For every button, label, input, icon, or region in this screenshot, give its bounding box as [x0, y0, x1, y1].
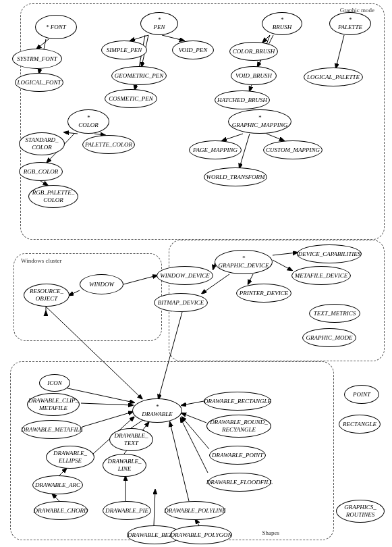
node-cosmetic-pen: COSMETIC_PEN [105, 89, 157, 108]
node-void-pen: VOID_PEN [172, 41, 214, 59]
node-window-device: WINDOW_DEVICE [157, 266, 213, 285]
node-color-brush: COLOR_BRUSH [229, 42, 278, 61]
node-device-capabilities: DEVICE_CAPABILITIES [297, 244, 362, 263]
node-drawable-ellipse: DRAWABLE_ELLIPSE [46, 446, 94, 469]
node-rgb-palette-color: RGB_PALETTE_COLOR [28, 185, 78, 208]
node-void-brush: VOID_BRUSH [231, 66, 277, 85]
node-printer-device: PRINTER_DEVICE [236, 284, 291, 303]
node-geometric-pen: GEOMETRIC_PEN [111, 66, 167, 85]
node-pen: *PEN [140, 12, 178, 35]
node-palette: *PALETTE [329, 12, 371, 35]
node-drawable: *DRAWABLE [132, 398, 182, 423]
node-text-metrics: TEXT_METRICS [309, 304, 360, 323]
node-graphics-routines: GRAPHICS_ROUTINES [336, 500, 385, 523]
node-drawable-polyline: DRAWABLE_POLYLINE [165, 501, 225, 520]
node-drawable-point: DRAWABLE_POINT [209, 446, 266, 465]
node-standard-color: STANDARD_COLOR [19, 132, 65, 155]
node-metafile-device: METAFILE_DEVICE [291, 266, 351, 285]
node-drawable-clip-metafile: DRAWABLE_CLIP_METAFILE [27, 393, 80, 416]
node-page-mapping: PAGE_MAPPING [189, 140, 242, 159]
node-hatched-brush: HATCHED_BRUSH [215, 90, 270, 109]
node-graphic-mode: GRAPHIC_MODE [302, 328, 356, 347]
node-icon: ICON [39, 374, 70, 392]
node-logical-palette: LOGICAL_PALETTE [304, 68, 363, 86]
windows-cluster-label: Windows cluster [21, 257, 61, 264]
node-world-transform: WORLD_TRANSFORM [204, 167, 267, 186]
node-drawable-line: DRAWABLE_LINE [103, 454, 146, 477]
node-drawable-arc: DRAWABLE_ARC [32, 475, 83, 494]
node-drawable-chord: DRAWABLE_CHORD [34, 501, 88, 520]
node-graphic-device: *GRAPHIC_DEVICE [215, 250, 273, 274]
node-palette-color: PALETTE_COLOR [82, 135, 135, 154]
node-drawable-floodfill: DRAWABLE_FLOODFILL [208, 473, 271, 492]
node-window: WINDOW [80, 274, 123, 294]
node-custom-mapping: CUSTOM_MAPPING [263, 140, 323, 159]
node-point: POINT [344, 385, 379, 404]
node-brush: *BRUSH [262, 12, 302, 35]
node-logical-font: LOGICAL_FONT [15, 73, 63, 92]
node-bitmap-device: BITMAP_DEVICE [154, 293, 208, 312]
node-systrm-font: SYSTRM_FONT [12, 49, 62, 69]
node-rectangle: RECTANGLE [339, 415, 381, 434]
shapes-label: Shapes [262, 529, 280, 536]
node-drawable-metafile: DRAWABLE_METAFILE [22, 420, 82, 439]
node-font: * FONT [35, 15, 77, 39]
node-drawable-rectangle: DRAWABLE_RECTANGLE [204, 392, 271, 411]
node-drawable-round-rectangle: DRAWABLE_ROUND_RECYANGLE [206, 415, 271, 438]
node-drawable-pie: DRAWABLE_PIE [103, 501, 151, 520]
diagram-container: Graphic mode Windows cluster Devices Sha… [0, 0, 392, 547]
node-rgb-color: RGB_COLOR [19, 162, 63, 181]
node-simple-pen: SIMPLE_PEN [101, 41, 147, 59]
node-resource-object: RESOURCE_OBJECT [24, 284, 69, 307]
node-drawable-text: DRAWABLE_TEXT [109, 428, 153, 451]
node-graphic-mapping: *GRAPHIC_MAPPING [228, 109, 291, 134]
node-drawable-polygon: DRAWABLE_POLYGON [170, 525, 232, 544]
node-color: *COLOR [67, 109, 109, 134]
